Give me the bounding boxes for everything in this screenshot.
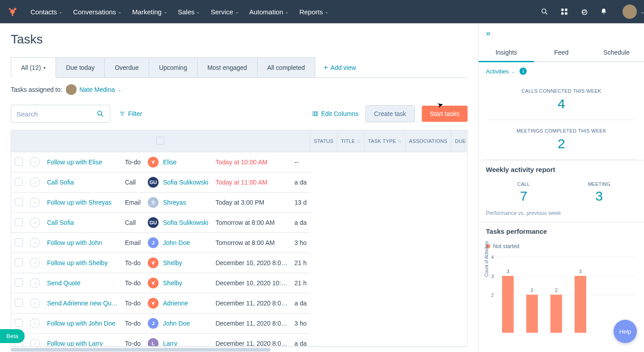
association-link[interactable]: John Doe: [163, 320, 190, 327]
add-view-button[interactable]: +Add view: [324, 64, 356, 72]
row-checkbox[interactable]: [15, 258, 23, 266]
row-checkbox[interactable]: [15, 299, 23, 307]
activities-dropdown[interactable]: Activities⌄: [486, 68, 515, 75]
marketplace-icon[interactable]: [560, 7, 569, 16]
contact-avatar: GU: [148, 217, 159, 228]
tab-schedule[interactable]: Schedule: [589, 43, 644, 61]
table-row[interactable]: ✓Send Adrienne new Qu…To-doAdrienneDecem…: [11, 293, 310, 313]
due-date: Tomorrow at 8:00 AM: [212, 233, 291, 253]
view-tab[interactable]: Due today: [56, 57, 105, 77]
table-row[interactable]: ✓Follow up with LarryTo-doLLarryDecember…: [11, 334, 310, 347]
hubspot-avatar-icon: [148, 157, 159, 167]
table-row[interactable]: ✓Follow up with John DoeTo-doJJohn DoeDe…: [11, 313, 310, 334]
status-toggle[interactable]: ✓: [30, 238, 40, 248]
association-link[interactable]: Sofia Sulikowski: [163, 179, 208, 186]
status-toggle[interactable]: ✓: [30, 278, 40, 288]
due-date: December 11, 2020 8:0…: [212, 293, 291, 313]
table-row[interactable]: ✓Send QuoteTo-doShelbyDecember 10, 2020 …: [11, 273, 310, 293]
view-tab[interactable]: Upcoming: [149, 57, 197, 77]
task-title-link[interactable]: Send Adrienne new Qu…: [47, 300, 118, 307]
svg-point-13: [98, 111, 102, 115]
table-row[interactable]: ✓Follow up with ShelbyTo-doShelbyDecembe…: [11, 253, 310, 273]
association-link[interactable]: Shelby: [163, 279, 182, 287]
nav-sales[interactable]: Sales⌄: [178, 8, 200, 16]
row-checkbox[interactable]: [15, 238, 23, 246]
view-tab[interactable]: Overdue: [104, 57, 149, 77]
metric-calls: CALLS CONNECTED THIS WEEK 4: [486, 80, 637, 120]
nav-conversations[interactable]: Conversations⌄: [73, 8, 121, 16]
svg-rect-11: [561, 13, 563, 15]
nav-marketing[interactable]: Marketing⌄: [132, 8, 167, 16]
task-title-link[interactable]: Follow up with Larry: [47, 340, 103, 347]
association-link[interactable]: John Doe: [163, 239, 190, 246]
user-avatar[interactable]: ⌄: [623, 4, 637, 19]
view-tab[interactable]: Most engaged: [197, 57, 258, 77]
help-button[interactable]: Help: [614, 320, 637, 343]
table-row[interactable]: ✓Call SofiaCallGUSofia SulikowskiTomorro…: [11, 213, 310, 233]
association-link[interactable]: Shelby: [163, 259, 182, 266]
create-task-button[interactable]: Create task: [365, 105, 415, 122]
status-toggle[interactable]: ✓: [30, 318, 40, 328]
hubspot-logo[interactable]: [7, 6, 18, 17]
status-toggle[interactable]: ✓: [30, 197, 40, 207]
bell-icon[interactable]: [599, 7, 608, 16]
horizontal-scrollbar[interactable]: [11, 347, 468, 352]
tasks-performance-heading: Tasks performance: [479, 222, 644, 240]
status-toggle[interactable]: ✓: [30, 157, 40, 167]
task-title-link[interactable]: Follow up with John: [47, 239, 102, 246]
tab-feed[interactable]: Feed: [534, 43, 589, 61]
task-title-link[interactable]: Call Sofia: [47, 179, 74, 186]
task-title-link[interactable]: Send Quote: [47, 279, 81, 287]
association-link[interactable]: Elise: [163, 159, 176, 166]
hubspot-avatar-icon: [148, 298, 159, 309]
status-toggle[interactable]: ✓: [30, 339, 40, 347]
task-title-link[interactable]: Follow up with John Doe: [47, 320, 116, 327]
tab-insights[interactable]: Insights: [479, 43, 534, 61]
table-row[interactable]: ✓Call SofiaCallGUSofia SulikowskiToday a…: [11, 172, 310, 193]
status-toggle[interactable]: ✓: [30, 177, 40, 187]
search-icon[interactable]: [540, 7, 549, 16]
due-date: December 11, 2020 8:0…: [212, 313, 291, 334]
task-title-link[interactable]: Call Sofia: [47, 219, 74, 226]
beta-badge[interactable]: Beta: [0, 329, 25, 343]
row-checkbox[interactable]: [15, 178, 23, 186]
nav-automation[interactable]: Automation⌄: [249, 8, 289, 16]
association-link[interactable]: Sofia Sulikowski: [163, 219, 208, 226]
gear-icon[interactable]: [580, 7, 588, 16]
task-title-link[interactable]: Follow up with Shelby: [47, 259, 107, 266]
association-link[interactable]: Adrienne: [163, 300, 188, 307]
search-field[interactable]: [17, 110, 88, 118]
chart-legend: Not started: [479, 240, 644, 252]
status-toggle[interactable]: ✓: [30, 298, 40, 308]
info-icon[interactable]: i: [519, 68, 527, 75]
search-input[interactable]: [11, 105, 110, 123]
svg-line-8: [545, 13, 547, 14]
last-contacted: --: [291, 152, 310, 172]
table-row[interactable]: ✓Follow up with EliseTo-doEliseToday at …: [11, 152, 310, 172]
row-checkbox[interactable]: [15, 218, 23, 226]
status-toggle[interactable]: ✓: [30, 218, 40, 228]
view-tab[interactable]: All completed: [257, 57, 315, 77]
row-checkbox[interactable]: [15, 279, 23, 287]
view-tab[interactable]: All (12)▾: [11, 57, 56, 78]
collapse-panel-icon[interactable]: »: [479, 23, 644, 43]
edit-columns-button[interactable]: Edit Columns: [312, 110, 358, 117]
assignee-dropdown[interactable]: Nate Medina⌄: [66, 84, 121, 95]
filter-button[interactable]: Filter: [119, 110, 142, 117]
row-checkbox[interactable]: [15, 319, 23, 327]
status-toggle[interactable]: ✓: [30, 258, 40, 268]
filter-icon: [119, 111, 125, 117]
row-checkbox[interactable]: [15, 198, 23, 206]
select-all-checkbox[interactable]: [156, 137, 164, 145]
nav-service[interactable]: Service⌄: [210, 8, 238, 16]
task-title-link[interactable]: Follow up with Shreyas: [47, 199, 112, 206]
table-row[interactable]: ✓Follow up with ShreyasEmailSShreyasToda…: [11, 193, 310, 213]
task-title-link[interactable]: Follow up with Elise: [47, 159, 102, 166]
table-row[interactable]: ✓Follow up with JohnEmailJJohn DoeTomorr…: [11, 233, 310, 253]
nav-contacts[interactable]: Contacts⌄: [30, 8, 62, 16]
row-checkbox[interactable]: [15, 158, 23, 166]
nav-reports[interactable]: Reports⌄: [299, 8, 328, 16]
association-link[interactable]: Shreyas: [163, 199, 186, 206]
start-tasks-button[interactable]: Start tasks: [422, 106, 468, 122]
association-link[interactable]: Larry: [163, 340, 177, 347]
